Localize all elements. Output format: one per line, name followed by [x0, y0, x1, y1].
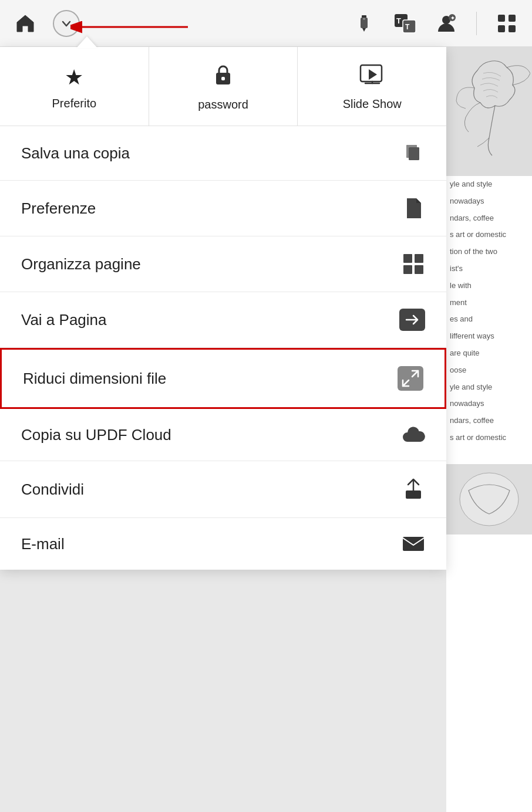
svg-marker-4 — [362, 28, 366, 32]
bg-text-4: s art or domestic — [446, 226, 532, 243]
bg-text-12: oose — [446, 362, 532, 379]
bg-text-7: le with — [446, 278, 532, 295]
vai-a-pagina-label: Vai a Pagina — [21, 311, 107, 329]
svg-text:T: T — [405, 23, 410, 31]
bg-text-14: nowadays — [446, 395, 532, 412]
dropdown-pointer — [76, 36, 97, 48]
svg-rect-13 — [498, 15, 505, 22]
svg-point-5 — [363, 18, 365, 20]
email-label: E-mail — [21, 535, 65, 553]
svg-text:✦: ✦ — [450, 15, 455, 21]
bg-text-2: nowadays — [446, 193, 532, 210]
pen-tool-button[interactable] — [351, 10, 378, 37]
bg-text-1: yle and style — [446, 176, 532, 193]
cloud-icon — [402, 425, 425, 444]
condividi-label: Condividi — [21, 481, 84, 499]
bg-text-15: ndars, coffee — [446, 412, 532, 429]
condividi-item[interactable]: Condividi — [0, 461, 446, 518]
user-button[interactable]: ✦ — [433, 10, 460, 37]
arrow-right-icon — [399, 309, 425, 331]
svg-rect-15 — [498, 25, 505, 32]
copia-cloud-label: Copia su UPDF Cloud — [21, 426, 171, 444]
bg-text-5: tion of the two — [446, 243, 532, 260]
preferenze-item[interactable]: Preferenze — [0, 181, 446, 236]
bg-text-3: ndars, coffee — [446, 210, 532, 227]
slideshow-button[interactable]: Slide Show — [298, 47, 446, 126]
action-icons-row: ★ Preferito password — [0, 47, 446, 126]
bg-text-10: lifferent ways — [446, 328, 532, 345]
password-label: password — [198, 98, 248, 111]
file-icon — [402, 197, 425, 219]
svg-rect-31 — [415, 265, 423, 274]
riduci-dimensioni-item[interactable]: Riduci dimensioni file — [0, 348, 446, 409]
svg-rect-28 — [403, 254, 412, 263]
preferito-button[interactable]: ★ Preferito — [0, 47, 149, 126]
svg-marker-21 — [369, 69, 377, 80]
dropdown-menu: ★ Preferito password — [0, 47, 446, 570]
home-button[interactable] — [12, 10, 39, 37]
copy-icon — [402, 143, 425, 164]
riduci-dimensioni-label: Riduci dimensioni file — [23, 370, 166, 388]
star-icon: ★ — [65, 65, 83, 90]
svg-rect-27 — [409, 147, 419, 160]
svg-point-17 — [460, 473, 518, 526]
organizza-pagine-item[interactable]: Organizza pagine — [0, 236, 446, 292]
salva-copia-label: Salva una copia — [21, 144, 130, 163]
grid-button[interactable] — [493, 10, 520, 37]
pdf-background-content: yle and style nowadays ndars, coffee s a… — [446, 47, 532, 812]
organizza-pagine-label: Organizza pagine — [21, 255, 141, 273]
svg-rect-14 — [509, 15, 516, 22]
bg-text-16: s art or domestic — [446, 429, 532, 446]
toolbar-divider — [476, 12, 477, 35]
svg-rect-2 — [362, 15, 366, 18]
bg-text-8: ment — [446, 295, 532, 312]
preferito-label: Preferito — [52, 97, 97, 110]
salva-copia-item[interactable]: Salva una copia — [0, 126, 446, 181]
copia-cloud-item[interactable]: Copia su UPDF Cloud — [0, 409, 446, 461]
bg-text-11: are quite — [446, 345, 532, 362]
svg-text:T: T — [396, 16, 401, 25]
translate-button[interactable]: T T — [392, 10, 419, 37]
bg-text-6: ist's — [446, 260, 532, 278]
svg-rect-29 — [415, 254, 423, 263]
compress-icon — [398, 366, 423, 391]
bg-text-13: yle and style — [446, 379, 532, 396]
svg-rect-33 — [403, 537, 424, 551]
svg-rect-16 — [509, 25, 516, 32]
vai-a-pagina-item[interactable]: Vai a Pagina — [0, 292, 446, 348]
slideshow-icon — [359, 64, 385, 90]
bg-text-9: es and — [446, 311, 532, 328]
share-icon — [402, 478, 425, 501]
lock-icon — [213, 63, 233, 91]
preferenze-label: Preferenze — [21, 199, 96, 218]
grid4-icon — [402, 253, 425, 275]
email-item[interactable]: E-mail — [0, 518, 446, 570]
svg-rect-19 — [221, 77, 225, 80]
email-icon — [402, 534, 425, 553]
slideshow-label: Slide Show — [343, 97, 402, 111]
svg-rect-30 — [403, 265, 412, 274]
password-button[interactable]: password — [149, 47, 298, 126]
